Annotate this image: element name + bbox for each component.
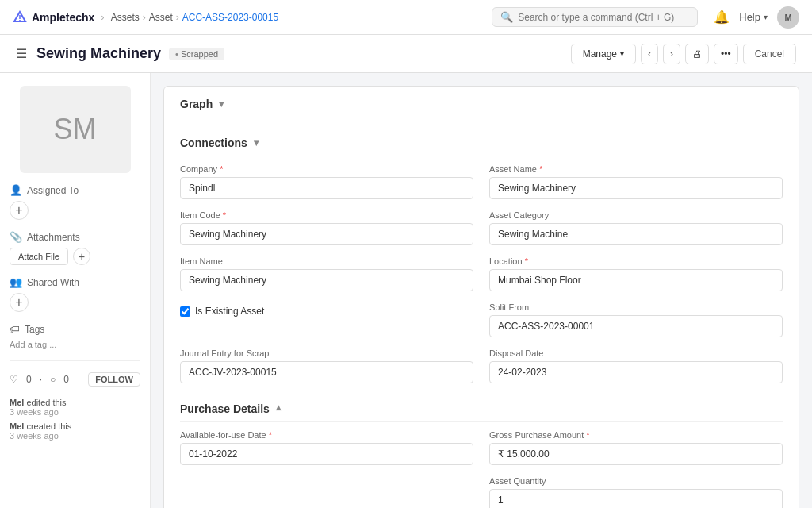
is-existing-asset-label: Is Existing Asset <box>195 306 264 317</box>
company-group: Company * <box>180 164 473 199</box>
breadcrumb-assets[interactable]: Assets <box>111 12 140 23</box>
connections-section-label: Connections <box>180 137 247 149</box>
purchase-details-section-header[interactable]: Purchase Details ▾ <box>180 391 783 422</box>
item-code-input[interactable] <box>180 223 473 245</box>
assigned-to-section: 👤 Assigned To + <box>10 184 140 220</box>
activity-time-0: 3 weeks ago <box>10 407 140 417</box>
activity-entry-0: Mel edited this 3 weeks ago <box>10 398 140 417</box>
gross-purchase-group: Gross Purchase Amount * <box>489 430 783 465</box>
more-options-button[interactable]: ••• <box>714 44 738 64</box>
assigned-to-label: Assigned To <box>27 185 79 196</box>
tags-title: 🏷 Tags <box>10 323 140 335</box>
cancel-button[interactable]: Cancel <box>743 44 796 64</box>
is-existing-asset-group: Is Existing Asset <box>180 302 473 337</box>
cancel-label: Cancel <box>755 48 784 60</box>
prev-button[interactable]: ‹ <box>641 44 658 64</box>
attach-plus-button[interactable]: + <box>73 248 90 265</box>
activity-time-1: 3 weeks ago <box>10 431 140 441</box>
print-button[interactable]: 🖨 <box>685 44 709 64</box>
comment-bullet: · <box>40 374 42 385</box>
manage-button[interactable]: Manage ▾ <box>571 44 636 64</box>
page-header: ☰ Sewing Machinery Scrapped Manage ▾ ‹ ›… <box>0 35 812 73</box>
help-label: Help <box>739 11 760 23</box>
connections-section-header[interactable]: Connections ▾ <box>180 125 783 156</box>
avatar-initials: M <box>784 13 791 22</box>
assigned-to-title: 👤 Assigned To <box>10 184 140 196</box>
journal-entry-input[interactable] <box>180 361 473 383</box>
connections-form: Company * Asset Name * Item Code * <box>180 164 783 383</box>
svg-point-2 <box>19 20 21 21</box>
connections-chevron-icon: ▾ <box>254 137 259 148</box>
person-icon: 👤 <box>10 184 22 196</box>
gross-purchase-input[interactable] <box>489 443 783 465</box>
breadcrumb-current: ACC-ASS-2023-00015 <box>182 12 278 23</box>
nav-icons: 🔔 Help ▾ M <box>714 6 799 29</box>
item-name-input[interactable] <box>180 269 473 291</box>
follow-button[interactable]: FOLLOW <box>88 372 140 387</box>
disposal-date-label: Disposal Date <box>489 348 783 358</box>
help-chevron-icon: ▾ <box>764 13 768 21</box>
tag-icon: 🏷 <box>10 323 20 335</box>
asset-category-group: Asset Category <box>489 210 783 245</box>
add-shared-button[interactable]: + <box>10 293 29 312</box>
graph-section-header[interactable]: Graph ▾ <box>180 87 783 117</box>
attachments-label: Attachments <box>27 232 80 243</box>
activity-user-1: Mel <box>10 421 24 431</box>
asset-quantity-label: Asset Quantity <box>489 476 783 486</box>
content-area: Graph ▾ Connections ▾ Company * <box>151 73 812 508</box>
manage-label: Manage <box>583 48 617 60</box>
next-button[interactable]: › <box>663 44 680 64</box>
graph-section-label: Graph <box>180 98 213 110</box>
item-code-group: Item Code * <box>180 210 473 245</box>
attach-file-button[interactable]: Attach File <box>10 248 68 265</box>
search-input[interactable] <box>518 12 689 23</box>
asset-category-label: Asset Category <box>489 210 783 220</box>
comments-icon: ○ <box>50 374 56 385</box>
search-bar[interactable]: 🔍 <box>492 7 698 27</box>
bell-icon[interactable]: 🔔 <box>714 10 730 25</box>
app-logo[interactable]: Ampletechx <box>13 10 94 25</box>
asset-category-input[interactable] <box>489 223 783 245</box>
available-date-label: Available-for-use Date * <box>180 430 473 440</box>
user-avatar[interactable]: M <box>777 6 799 29</box>
record-avatar-block: SM <box>20 86 131 173</box>
location-input[interactable] <box>489 269 783 291</box>
add-tag-placeholder[interactable]: Add a tag ... <box>10 340 140 349</box>
split-from-input[interactable] <box>489 315 783 337</box>
split-from-label: Split From <box>489 302 783 312</box>
item-code-label: Item Code * <box>180 210 473 220</box>
asset-quantity-group: Asset Quantity <box>489 476 783 508</box>
logo-text: Ampletechx <box>32 11 94 24</box>
shared-with-label: Shared With <box>27 277 79 288</box>
attachments-title: 📎 Attachments <box>10 231 140 243</box>
company-input[interactable] <box>180 177 473 199</box>
share-icon: 👥 <box>10 276 22 288</box>
asset-name-label: Asset Name * <box>489 164 783 174</box>
is-existing-asset-checkbox[interactable] <box>180 306 190 317</box>
asset-quantity-input[interactable] <box>489 489 783 508</box>
tags-label: Tags <box>25 324 44 335</box>
likes-count: 0 <box>26 374 32 385</box>
available-date-input[interactable] <box>180 443 473 465</box>
help-menu[interactable]: Help ▾ <box>739 11 768 23</box>
purchase-details-chevron-icon: ▾ <box>276 403 281 414</box>
hamburger-icon[interactable]: ☰ <box>16 46 27 61</box>
attachments-section: 📎 Attachments Attach File + <box>10 231 140 265</box>
location-group: Location * <box>489 256 783 291</box>
breadcrumb-asset[interactable]: Asset <box>149 12 173 23</box>
content-inner: Graph ▾ Connections ▾ Company * <box>163 86 799 508</box>
company-label: Company * <box>180 164 473 174</box>
header-actions: Manage ▾ ‹ › 🖨 ••• Cancel <box>571 44 796 64</box>
breadcrumb-separator: › <box>101 11 104 23</box>
asset-name-group: Asset Name * <box>489 164 783 199</box>
split-from-group: Split From <box>489 302 783 337</box>
asset-name-input[interactable] <box>489 177 783 199</box>
item-name-group: Item Name <box>180 256 473 291</box>
follow-label: FOLLOW <box>95 375 133 384</box>
breadcrumb: Assets › Asset › ACC-ASS-2023-00015 <box>111 12 278 23</box>
available-date-group: Available-for-use Date * <box>180 430 473 465</box>
record-avatar-initials: SM <box>54 113 97 146</box>
search-icon: 🔍 <box>500 11 513 23</box>
disposal-date-input[interactable] <box>489 361 783 383</box>
add-assigned-button[interactable]: + <box>10 201 29 220</box>
